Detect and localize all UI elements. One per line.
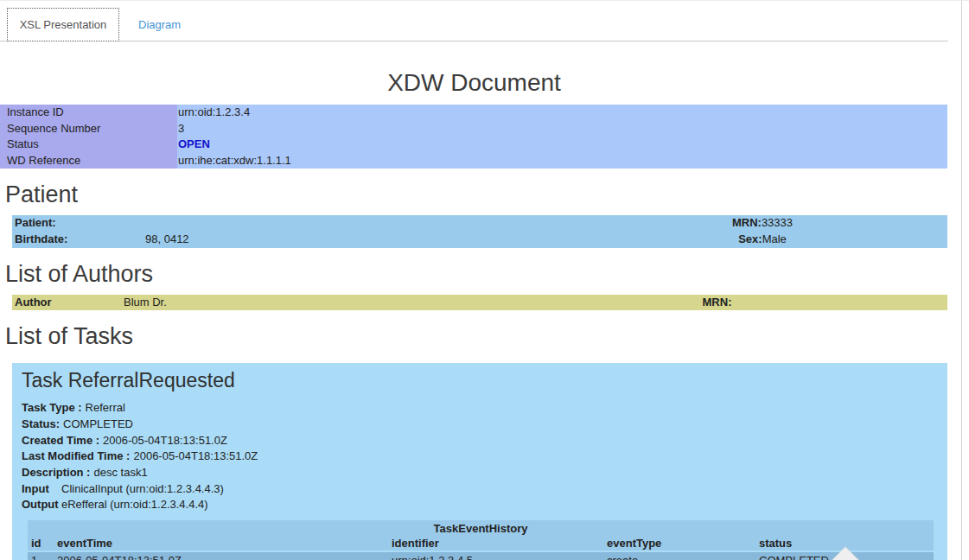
tasks-section-heading: List of Tasks [5,323,948,350]
task-detail-description: Description :desc task1 [22,465,947,481]
table-row: Patient: MRN:33333 [12,215,947,232]
doc-info-key: Status [0,137,177,153]
doc-info-value: urn:ihe:cat:xdw:1.1.1.1 [177,153,947,169]
task-detail-output: OutputeRefferal (urn:oid:1.2.3.4.4.4) [22,497,947,513]
doc-info-row: Instance ID urn:oid:1.2.3.4 [0,105,947,121]
tab-xsl-presentation[interactable]: XSL Presentation [7,8,119,41]
task-detail-type: Task Type :Referral [22,400,947,417]
table-row: Birthdate: 98, 0412 Sex:Male [12,232,947,248]
doc-info-key: Instance ID [0,105,177,121]
patient-section-heading: Patient [5,181,948,208]
document-info-table: Instance ID urn:oid:1.2.3.4 Sequence Num… [0,105,947,169]
task-detail-input: InputClinicalInput (urn:oid:1.2.3.4.4.3) [22,481,947,498]
tab-xsl-presentation-label: XSL Presentation [20,18,107,31]
task-detail-status: Status:COMPLETED [22,417,947,433]
task-detail-modified: Last Modified Time :2006-05-04T18:13:51.… [22,449,947,465]
doc-info-row: Sequence Number 3 [0,121,947,137]
patient-table: Patient: MRN:33333 Birthdate: 98, 0412 S… [12,215,947,247]
author-right-cell: MRN: [484,295,947,311]
patient-label: Patient: [12,215,143,232]
doc-info-row: Status OPEN [0,137,947,153]
doc-info-value-status: OPEN [177,137,947,153]
patient-right-cell: MRN:33333 [575,215,947,232]
authors-section-heading: List of Authors [5,261,948,288]
mrn-value: 33333 [762,216,793,229]
table-row: Author Blum Dr. MRN: [12,295,947,311]
tab-diagram-label: Diagram [138,18,181,31]
event-history-title-row: TaskEventHistory [28,520,934,536]
doc-info-key: WD Reference [0,153,177,169]
page-title: XDW Document [0,69,948,97]
doc-info-key: Sequence Number [0,121,177,137]
task-title: Task ReferralRequested [22,369,947,392]
column-header-identifier: identifier [388,536,603,551]
task-event-history-table: TaskEventHistory id eventTime identifier… [28,520,934,560]
column-header-eventtype: eventType [603,536,755,551]
scroll-up-triangle-icon[interactable] [831,547,860,560]
sex-label: Sex: [738,232,762,245]
patient-value [143,215,575,232]
doc-info-row: WD Reference urn:ihe:cat:xdw:1.1.1.1 [0,153,947,169]
status-badge: OPEN [178,137,210,150]
patient-right-cell: Sex:Male [575,232,947,248]
event-history-title: TaskEventHistory [28,520,934,536]
tab-diagram[interactable]: Diagram [138,18,181,31]
doc-info-value: 3 [177,121,947,137]
column-header-id: id [28,536,54,551]
document-content: XDW Document Instance ID urn:oid:1.2.3.4… [0,69,948,560]
event-type: create [603,551,755,560]
right-panel-divider [961,1,962,560]
column-header-eventtime: eventTime [54,536,388,551]
event-history-row: 1 2006-05-04T18:13:51.0Z urn:oid:1.2.3.4… [28,551,934,560]
author-value: Blum Dr. [121,295,484,311]
doc-info-value: urn:oid:1.2.3.4 [177,105,947,121]
task-detail-created: Created Time :2006-05-04T18:13:51.0Z [22,433,947,449]
event-time: 2006-05-04T18:13:51.0Z [54,551,388,560]
sex-value: Male [762,232,787,245]
task-card: Task ReferralRequested Task Type :Referr… [12,363,947,560]
author-label: Author [12,295,121,311]
tab-bar: XSL Presentation Diagram [0,1,948,41]
authors-table: Author Blum Dr. MRN: [12,295,947,311]
event-id: 1 [28,551,54,560]
xdw-viewer-page: XSL Presentation Diagram XDW Document In… [0,0,969,560]
mrn-label: MRN: [732,216,762,229]
event-identifier: urn:oid:1.2.3.4.5 [388,551,603,560]
patient-label: Birthdate: [12,232,143,248]
mrn-label: MRN: [703,296,732,309]
patient-value: 98, 0412 [143,232,575,248]
event-history-header-row: id eventTime identifier eventType status [28,536,934,551]
